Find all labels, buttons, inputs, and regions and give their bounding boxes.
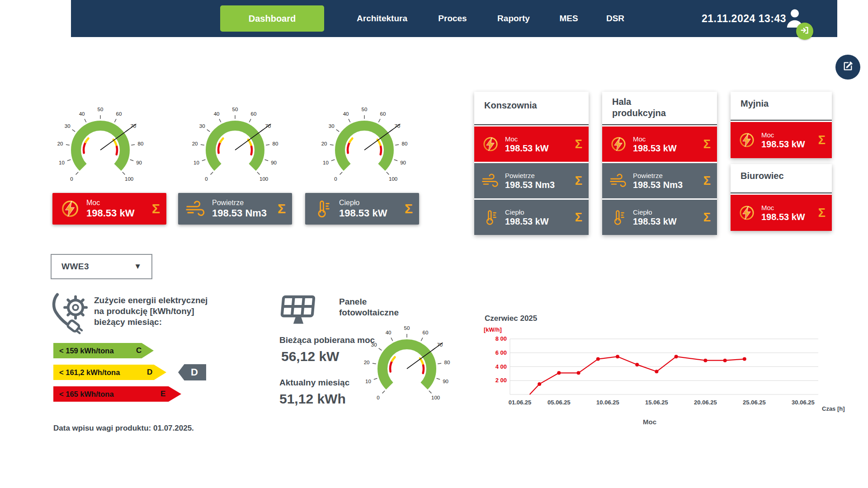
svg-text:100: 100: [125, 176, 133, 182]
svg-text:50: 50: [232, 108, 238, 112]
login-arrow-icon: [800, 25, 810, 37]
svg-text:80: 80: [444, 360, 450, 365]
svg-text:10: 10: [193, 160, 199, 165]
thermometer-icon: [609, 208, 627, 226]
svg-text:90: 90: [443, 379, 448, 384]
svg-text:60: 60: [251, 111, 257, 117]
svg-text:60: 60: [116, 111, 122, 117]
row-value: 198.53 kW: [505, 216, 575, 227]
svg-text:40: 40: [386, 330, 392, 335]
chart-x-axis-label: Czas [h]: [822, 405, 845, 412]
sigma-sum-button[interactable]: Σ: [818, 134, 826, 146]
svg-text:40: 40: [343, 111, 349, 117]
sigma-sum-button[interactable]: Σ: [575, 211, 582, 224]
pv-month-label: Aktualny miesiąc: [279, 378, 349, 388]
section-title: Biurowiec: [741, 170, 784, 182]
tab-dashboard[interactable]: Dashboard: [220, 5, 324, 32]
section-konszownia: Konszownia Moc198.53 kW Σ Powietrze198.5…: [474, 92, 589, 235]
metric-card-powietrze-text: Powietrze 198.53 Nm3: [212, 199, 278, 219]
energy-heading-line: bieżący miesiąc:: [94, 317, 208, 328]
svg-text:60: 60: [423, 330, 429, 335]
sigma-sum-button[interactable]: Σ: [278, 202, 286, 216]
svg-text:100: 100: [259, 176, 268, 182]
energy-band-label: < 161,2 kWh/tona: [53, 368, 120, 377]
svg-text:20: 20: [321, 141, 327, 146]
row-label: Powietrze: [633, 172, 703, 179]
sigma-sum-button[interactable]: Σ: [703, 211, 711, 224]
row-text: Moc198.53 kW: [761, 204, 818, 222]
metric-label: Ciepło: [339, 199, 405, 207]
sigma-sum-button[interactable]: Σ: [575, 175, 582, 187]
chart-legend: Moc: [613, 418, 686, 426]
svg-text:20.06.25: 20.06.25: [694, 399, 717, 406]
metric-card-moc-text: Moc 198.53 kW: [86, 199, 152, 219]
svg-text:90: 90: [136, 160, 142, 165]
edit-dashboard-button[interactable]: [835, 55, 860, 80]
section-row-cieplo: Ciepło198.53 kW Σ: [474, 200, 589, 235]
row-value: 198.53 Nm3: [633, 180, 703, 190]
svg-text:25.06.25: 25.06.25: [743, 399, 766, 406]
lightning-icon: [609, 135, 627, 153]
section-title: Myjnia: [741, 98, 769, 109]
wind-icon: [481, 172, 500, 190]
tab-mes[interactable]: MES: [559, 0, 578, 37]
energy-band-grade: C: [136, 346, 142, 355]
lightning-icon: [481, 135, 500, 153]
section-title: Hala produkcyjna: [612, 96, 675, 119]
row-label: Moc: [761, 204, 818, 211]
metric-card-moc: Moc 198.53 kW Σ: [52, 193, 166, 225]
row-label: Moc: [761, 131, 818, 139]
row-value: 198.53 Nm3: [505, 180, 575, 190]
svg-text:4 00: 4 00: [495, 363, 507, 370]
svg-text:60: 60: [380, 111, 386, 117]
row-value: 198.53 kW: [633, 216, 703, 227]
row-value: 198.53 kW: [761, 139, 818, 150]
energy-band-c: < 159 kWh/tona C: [53, 343, 154, 358]
tab-proces[interactable]: Proces: [438, 0, 467, 37]
svg-text:50: 50: [404, 326, 410, 331]
row-label: Ciepło: [505, 208, 575, 216]
svg-text:20: 20: [364, 360, 370, 365]
tab-dashboard-label: Dashboard: [249, 14, 296, 24]
row-label: Ciepło: [633, 208, 703, 216]
svg-text:0: 0: [70, 176, 73, 182]
section-row-powietrze: Powietrze198.53 Nm3 Σ: [602, 163, 717, 198]
solar-panel-icon: [279, 295, 317, 327]
sigma-sum-button[interactable]: Σ: [152, 202, 160, 216]
row-text: Ciepło198.53 kW: [505, 208, 575, 227]
tab-architektura[interactable]: Architektura: [357, 0, 407, 37]
metric-value: 198.53 kW: [86, 207, 152, 219]
energy-band-grade: D: [147, 368, 152, 377]
tab-dsr[interactable]: DSR: [606, 0, 624, 37]
section-row-moc: Moc198.53 kW Σ: [602, 127, 717, 162]
svg-text:20: 20: [57, 141, 63, 146]
section-row-powietrze: Powietrze198.53 Nm3 Σ: [474, 163, 589, 198]
unit-select-dropdown[interactable]: WWE3 ▼: [51, 254, 152, 279]
sigma-sum-button[interactable]: Σ: [703, 138, 711, 150]
dropdown-value: WWE3: [61, 262, 134, 272]
metric-value: 198.53 Nm3: [212, 207, 278, 219]
section-myjnia: Myjnia Moc198.53 kW Σ: [731, 92, 832, 158]
lightning-icon: [738, 204, 756, 222]
sigma-sum-button[interactable]: Σ: [818, 207, 826, 219]
sigma-sum-button[interactable]: Σ: [575, 138, 582, 150]
row-label: Moc: [633, 135, 703, 143]
pv-current-label: Bieżąca pobierana moc: [279, 335, 375, 345]
pv-month-value: 51,12 kWh: [279, 391, 346, 407]
thermometer-icon: [312, 198, 333, 219]
row-label: Moc: [505, 135, 575, 143]
svg-text:30: 30: [371, 342, 377, 347]
section-row-moc: Moc198.53 kW Σ: [731, 195, 832, 231]
section-title: Konszownia: [484, 100, 537, 111]
sigma-sum-button[interactable]: Σ: [703, 175, 711, 187]
svg-text:20: 20: [192, 141, 198, 146]
sigma-sum-button[interactable]: Σ: [405, 202, 413, 216]
tab-raporty[interactable]: Raporty: [497, 0, 530, 37]
section-header: Biurowiec: [731, 164, 832, 193]
row-text: Moc198.53 kW: [761, 131, 818, 150]
metric-label: Moc: [86, 199, 152, 207]
row-value: 198.53 kW: [761, 212, 818, 222]
svg-text:10.06.25: 10.06.25: [596, 399, 619, 406]
section-header: Myjnia: [731, 92, 832, 121]
logout-button[interactable]: [796, 23, 813, 40]
